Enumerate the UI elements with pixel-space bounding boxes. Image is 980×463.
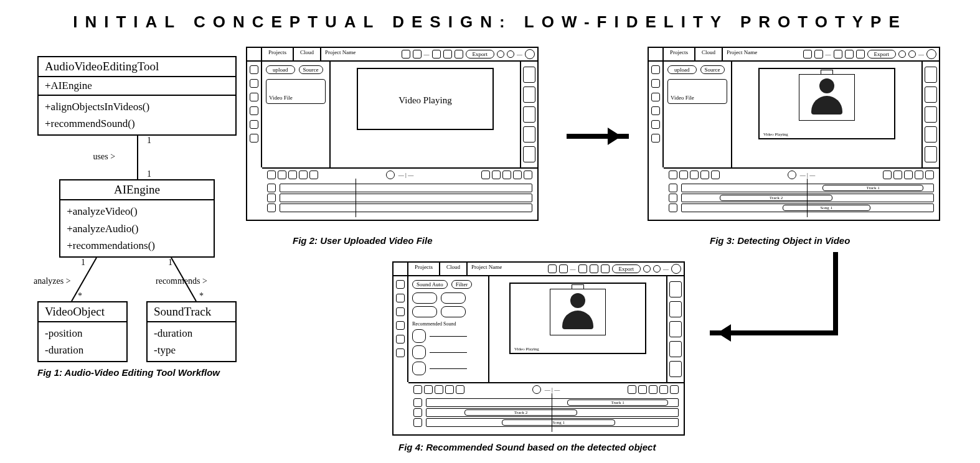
- uml-class-name: AudioVideoEditingTool: [39, 57, 235, 77]
- clip-track2[interactable]: Track 2: [720, 195, 833, 201]
- person-icon: [550, 289, 605, 329]
- toolbar-icon[interactable]: [856, 50, 865, 58]
- preset-thumb[interactable]: [441, 292, 466, 304]
- project-name: Project Name: [468, 263, 547, 275]
- preset-thumb[interactable]: [412, 306, 437, 317]
- avatar-icon[interactable]: [926, 49, 936, 59]
- toolbar-icon[interactable]: [413, 50, 422, 58]
- tool-icon[interactable]: [250, 93, 258, 101]
- toolbar-icon[interactable]: [402, 50, 410, 58]
- timeline-track[interactable]: [280, 184, 532, 192]
- preset-thumb[interactable]: [412, 292, 437, 304]
- video-file-thumb[interactable]: Video File: [667, 79, 727, 104]
- uml-attr: +AIEngine: [39, 77, 235, 96]
- toolbar-icon[interactable]: [432, 50, 441, 58]
- arrow-left-icon: [710, 330, 838, 335]
- timeline-track[interactable]: [280, 203, 532, 212]
- clip-track1[interactable]: Track 1: [567, 400, 668, 406]
- uml-op: -type: [154, 342, 229, 358]
- sound-item[interactable]: [412, 345, 426, 359]
- play-icon[interactable]: [788, 171, 796, 179]
- tool-icon[interactable]: [250, 106, 258, 115]
- timeline-track[interactable]: Song 1: [426, 418, 679, 427]
- upload-button[interactable]: upload: [266, 65, 295, 74]
- panel-icon[interactable]: [523, 67, 535, 83]
- mockup-fig2: Projects Cloud Project Name — Export —: [246, 47, 539, 221]
- video-file-thumb[interactable]: Video File: [266, 79, 326, 104]
- person-icon: [799, 75, 854, 115]
- arrow-down-icon: [833, 252, 838, 333]
- uml-mult: 1: [168, 258, 172, 268]
- toolbar-icon[interactable]: [845, 50, 854, 58]
- uml-class-soundtrack: SoundTrack -duration -type: [146, 301, 237, 362]
- right-toolbar: [520, 62, 537, 167]
- play-icon[interactable]: [532, 385, 541, 394]
- tab-projects[interactable]: Projects: [262, 48, 294, 60]
- source-button[interactable]: Source: [299, 65, 323, 74]
- tab-cloud[interactable]: Cloud: [440, 263, 468, 275]
- uml-ops: -duration -type: [148, 322, 235, 361]
- uml-op: +analyzeAudio(): [67, 220, 207, 237]
- tab-cloud[interactable]: Cloud: [294, 48, 321, 60]
- uml-op: +recommendSound(): [45, 115, 229, 132]
- timeline-track[interactable]: Track 1: [426, 398, 679, 407]
- uml-mult: 1: [81, 258, 85, 268]
- panel-icon[interactable]: [523, 87, 535, 103]
- uml-class-audiovideoeditingtool: AudioVideoEditingTool +AIEngine +alignOb…: [37, 56, 237, 136]
- timeline-track[interactable]: Song 1: [681, 203, 934, 212]
- detected-object-box: [799, 74, 855, 121]
- tool-icon[interactable]: [250, 65, 258, 74]
- export-button[interactable]: Export: [466, 50, 495, 58]
- panel-icon[interactable]: [523, 146, 535, 162]
- project-name: Project Name: [723, 48, 803, 60]
- clip-track2[interactable]: Track 2: [464, 409, 578, 416]
- indicator-icon: [497, 50, 504, 58]
- filter-button[interactable]: Filter: [451, 280, 473, 289]
- left-toolbar: [247, 62, 262, 167]
- export-button[interactable]: Export: [612, 264, 641, 273]
- export-button[interactable]: Export: [867, 50, 897, 58]
- sound-item[interactable]: [412, 362, 426, 375]
- uml-op: -duration: [154, 325, 229, 342]
- tool-icon[interactable]: [250, 134, 258, 143]
- toolbar-icon[interactable]: [443, 50, 452, 58]
- uml-mult: 1: [147, 136, 151, 146]
- timeline-track[interactable]: Track 2: [426, 408, 679, 417]
- mockup-fig4: Projects Cloud Project Name — Export — S…: [392, 261, 685, 436]
- video-preview: Video Playing: [509, 283, 646, 354]
- sound-auto-button[interactable]: Sound Auto: [412, 280, 448, 289]
- recommended-sound-label: Recommended Sound: [412, 321, 484, 327]
- source-button[interactable]: Source: [700, 65, 725, 74]
- avatar-icon[interactable]: [525, 49, 535, 59]
- timeline-track[interactable]: [280, 194, 532, 202]
- panel-icon[interactable]: [523, 126, 535, 143]
- tool-icon[interactable]: [250, 120, 258, 129]
- uml-mult: *: [199, 291, 204, 301]
- toolbar-icon[interactable]: [803, 50, 812, 58]
- caption-fig4: Fig 4: Recommended Sound based on the de…: [398, 442, 656, 452]
- uml-op: +recommendations(): [67, 237, 207, 254]
- toolbar-icon[interactable]: [834, 50, 842, 58]
- avatar-icon[interactable]: [671, 264, 681, 274]
- clip-track1[interactable]: Track 1: [822, 185, 923, 191]
- tool-icon[interactable]: [250, 79, 258, 88]
- timeline-track[interactable]: Track 1: [681, 184, 934, 192]
- toolbar-icon[interactable]: [814, 50, 823, 58]
- timeline-track[interactable]: Track 2: [681, 194, 934, 202]
- clip-song1[interactable]: Song 1: [783, 205, 870, 211]
- upload-button[interactable]: upload: [667, 65, 697, 74]
- arrow-right-icon: [567, 134, 629, 139]
- play-icon[interactable]: [386, 171, 395, 179]
- tab-projects[interactable]: Projects: [664, 48, 695, 60]
- tab-projects[interactable]: Projects: [408, 263, 440, 275]
- sound-item[interactable]: [412, 329, 426, 343]
- panel-icon[interactable]: [523, 106, 535, 123]
- clip-song1[interactable]: Song 1: [502, 419, 615, 426]
- toolbar-icon[interactable]: [455, 50, 463, 58]
- uml-mult: *: [78, 291, 82, 301]
- uml-diagram: AudioVideoEditingTool +AIEngine +alignOb…: [37, 56, 237, 378]
- preset-thumb[interactable]: [441, 306, 466, 317]
- tab-cloud[interactable]: Cloud: [695, 48, 723, 60]
- uml-class-name: VideoObject: [39, 302, 126, 322]
- uml-mult: 1: [147, 169, 151, 179]
